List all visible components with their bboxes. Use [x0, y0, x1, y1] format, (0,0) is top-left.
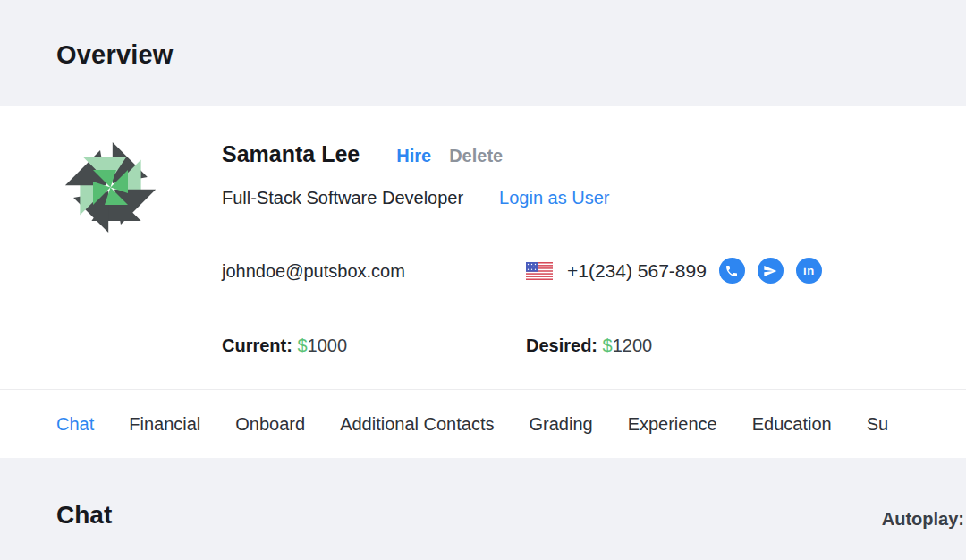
- login-as-user-link[interactable]: Login as User: [499, 186, 609, 210]
- phone-number: +1(234) 567-899: [567, 259, 707, 284]
- salary-row: Current: $1000 Desired: $1200: [222, 333, 966, 358]
- tab-grading[interactable]: Grading: [529, 414, 592, 435]
- chat-section-header: Chat Autoplay:: [0, 458, 966, 560]
- pinwheel-logo-icon: [59, 136, 162, 239]
- desired-salary-label: Desired:: [526, 335, 597, 355]
- hire-button[interactable]: Hire: [396, 141, 431, 170]
- current-salary-label: Current:: [222, 335, 292, 355]
- whatsapp-icon[interactable]: [719, 258, 745, 284]
- currency-symbol: $: [297, 335, 307, 355]
- profile-card: Samanta Lee Hire Delete Full-Stack Softw…: [0, 106, 966, 389]
- candidate-name: Samanta Lee: [222, 140, 360, 168]
- linkedin-glyph: in: [803, 259, 815, 284]
- current-salary: Current: $1000: [222, 333, 526, 358]
- tab-onboard[interactable]: Onboard: [235, 414, 305, 435]
- tab-chat[interactable]: Chat: [56, 414, 94, 435]
- phone-group: +1(234) 567-899 in: [526, 258, 966, 284]
- candidate-overview-screen: Overview: [0, 0, 966, 560]
- tab-experience[interactable]: Experience: [628, 414, 717, 435]
- profile-info: Samanta Lee Hire Delete Full-Stack Softw…: [222, 106, 966, 389]
- avatar: [59, 136, 162, 239]
- delete-button[interactable]: Delete: [449, 141, 503, 170]
- tab-summary-truncated[interactable]: Su: [867, 414, 888, 435]
- contact-row: johndoe@putsbox.com: [222, 258, 966, 284]
- email-text: johndoe@putsbox.com: [222, 259, 526, 284]
- autoplay-label: Autoplay:: [882, 509, 964, 530]
- linkedin-icon[interactable]: in: [796, 258, 822, 284]
- tab-education[interactable]: Education: [752, 414, 832, 435]
- currency-symbol: $: [603, 335, 613, 355]
- chat-title: Chat: [56, 501, 112, 530]
- divider: [222, 225, 953, 225]
- page-title: Overview: [56, 40, 966, 70]
- us-flag-icon: [526, 262, 553, 280]
- name-row: Samanta Lee Hire Delete: [222, 140, 966, 170]
- tab-additional-contacts[interactable]: Additional Contacts: [340, 414, 494, 435]
- profile-tabs: Chat Financial Onboard Additional Contac…: [0, 389, 966, 458]
- desired-salary-value: 1200: [613, 335, 653, 355]
- telegram-icon[interactable]: [758, 258, 784, 284]
- overview-header: Overview: [0, 0, 966, 106]
- desired-salary: Desired: $1200: [526, 333, 966, 358]
- title-row: Full-Stack Software Developer Login as U…: [222, 186, 966, 210]
- job-title: Full-Stack Software Developer: [222, 186, 463, 210]
- tab-financial[interactable]: Financial: [129, 414, 200, 435]
- current-salary-value: 1000: [308, 335, 348, 355]
